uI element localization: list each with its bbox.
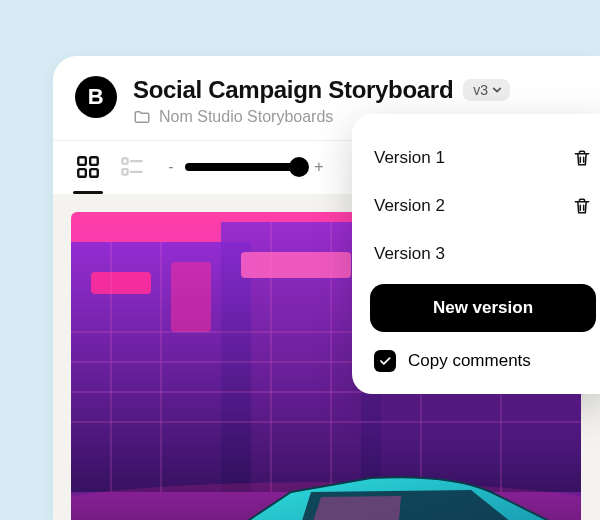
zoom-minus[interactable]: -	[165, 158, 177, 176]
version-item-label: Version 1	[374, 148, 445, 168]
folder-icon	[133, 108, 151, 126]
page-title: Social Campaign Storyboard	[133, 76, 453, 104]
version-item[interactable]: Version 3	[370, 230, 596, 278]
version-chip[interactable]: v3	[463, 79, 510, 101]
view-toggle	[73, 152, 147, 182]
svg-rect-6	[122, 169, 127, 174]
trash-icon[interactable]	[572, 196, 592, 216]
svg-rect-2	[78, 169, 86, 177]
new-version-button[interactable]: New version	[370, 284, 596, 332]
zoom-slider[interactable]: - +	[165, 158, 325, 176]
version-item[interactable]: Version 1	[370, 134, 596, 182]
svg-rect-4	[122, 158, 127, 163]
trash-icon[interactable]	[572, 148, 592, 168]
svg-rect-14	[241, 252, 351, 278]
copy-comments-row[interactable]: Copy comments	[370, 350, 596, 372]
version-item[interactable]: Version 2	[370, 182, 596, 230]
version-chip-label: v3	[473, 82, 488, 98]
editor-panel: B Social Campaign Storyboard v3 Nom Stud…	[53, 56, 600, 520]
svg-rect-13	[171, 262, 211, 332]
zoom-plus[interactable]: +	[313, 158, 325, 176]
svg-rect-12	[91, 272, 151, 294]
grid-view-button[interactable]	[73, 152, 103, 182]
list-view-button[interactable]	[117, 152, 147, 182]
svg-rect-3	[90, 169, 98, 177]
version-item-label: Version 2	[374, 196, 445, 216]
copy-comments-label: Copy comments	[408, 351, 531, 371]
breadcrumb-label: Nom Studio Storyboards	[159, 108, 333, 126]
copy-comments-checkbox[interactable]	[374, 350, 396, 372]
zoom-track[interactable]	[185, 163, 305, 171]
chevron-down-icon	[492, 85, 502, 95]
version-dropdown: Version 1 Version 2 Version 3 New versio…	[352, 114, 600, 394]
zoom-knob[interactable]	[289, 157, 309, 177]
brand-logo: B	[75, 76, 117, 118]
svg-rect-1	[90, 157, 98, 165]
version-item-label: Version 3	[374, 244, 445, 264]
svg-rect-0	[78, 157, 86, 165]
